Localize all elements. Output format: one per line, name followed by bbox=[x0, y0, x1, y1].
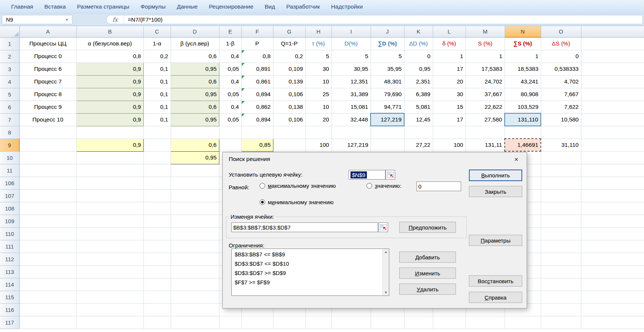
cell-F6[interactable]: 0,862 bbox=[241, 101, 273, 113]
cell-O110[interactable] bbox=[541, 227, 581, 240]
cell-A109[interactable] bbox=[19, 215, 76, 227]
cell-O1[interactable]: ΔS (%) bbox=[541, 37, 581, 50]
constraint-item-4[interactable]: $F$7 >= $F$9 bbox=[232, 278, 382, 287]
cell-C116[interactable] bbox=[143, 303, 171, 316]
cell-G8[interactable] bbox=[273, 126, 305, 139]
cell-O9[interactable]: 31,110 bbox=[541, 139, 581, 151]
cell-B113[interactable] bbox=[76, 265, 143, 278]
cell-A112[interactable] bbox=[19, 253, 76, 265]
cell-F5[interactable]: 0,894 bbox=[241, 88, 273, 101]
column-header-O[interactable]: O bbox=[541, 26, 581, 37]
cell-D114[interactable] bbox=[171, 278, 219, 291]
column-header-I[interactable]: I bbox=[331, 26, 371, 37]
cell-D112[interactable] bbox=[171, 253, 219, 265]
row-header-114[interactable]: 114 bbox=[0, 278, 19, 291]
cell-I8[interactable] bbox=[331, 126, 371, 139]
cell-B112[interactable] bbox=[76, 253, 143, 265]
cell-L117[interactable] bbox=[433, 316, 466, 329]
cell-K5[interactable]: 6,389 bbox=[404, 88, 433, 101]
cell-C6[interactable]: 0,1 bbox=[143, 101, 171, 113]
cell-B3[interactable]: 0,9 bbox=[76, 63, 143, 75]
ribbon-tab-data[interactable]: Данные bbox=[177, 3, 198, 10]
cell-C111[interactable] bbox=[143, 240, 171, 253]
changing-cells-input[interactable]: $B$3:$B$7;$D$3:$D$7 bbox=[231, 222, 378, 232]
cell-O5[interactable]: 7,667 bbox=[541, 88, 581, 101]
cell-G5[interactable]: 0,106 bbox=[273, 88, 305, 101]
cell-K117[interactable] bbox=[404, 316, 433, 329]
cell-H2[interactable]: 5 bbox=[305, 50, 331, 63]
ribbon-tab-page-layout[interactable]: Разметка страницы bbox=[77, 3, 130, 10]
column-header-K[interactable]: K bbox=[404, 26, 433, 37]
cell-H7[interactable]: 20 bbox=[305, 113, 331, 126]
cell-M2[interactable]: 1 bbox=[466, 50, 505, 63]
cell-J1[interactable]: ∑D (%) bbox=[371, 37, 404, 50]
cell-N8[interactable] bbox=[505, 126, 541, 139]
cell-D9[interactable]: 0,6 bbox=[171, 139, 219, 151]
cell-B106[interactable] bbox=[76, 177, 143, 189]
cell-M5[interactable]: 37,667 bbox=[466, 88, 505, 101]
cell-E6[interactable]: 0,4 bbox=[219, 101, 241, 113]
cell-A2[interactable]: Процесс 0 bbox=[19, 50, 76, 63]
cell-B114[interactable] bbox=[76, 278, 143, 291]
cell-overflow7[interactable] bbox=[581, 113, 644, 126]
row-header-111[interactable]: 111 bbox=[0, 240, 19, 253]
cell-A9[interactable] bbox=[19, 139, 76, 151]
cell-overflow113[interactable] bbox=[581, 265, 644, 278]
cell-I9[interactable]: 127,219 bbox=[331, 139, 371, 151]
cell-I2[interactable]: 5 bbox=[331, 50, 371, 63]
cell-E4[interactable]: 0,4 bbox=[219, 75, 241, 88]
cell-C107[interactable] bbox=[143, 189, 171, 202]
cell-A111[interactable] bbox=[19, 240, 76, 253]
cell-J7[interactable]: 127,219 bbox=[371, 113, 404, 126]
cell-K1[interactable]: ΔD (%) bbox=[404, 37, 433, 50]
cell-O112[interactable] bbox=[541, 253, 581, 265]
cell-B2[interactable]: 0,8 bbox=[76, 50, 143, 63]
cell-I7[interactable]: 32,448 bbox=[331, 113, 371, 126]
run-button[interactable]: Выполнить bbox=[469, 170, 522, 181]
cell-N3[interactable]: 18,5383 bbox=[505, 63, 541, 75]
restore-button[interactable]: Восстановить bbox=[469, 275, 522, 287]
cell-B10[interactable] bbox=[76, 151, 143, 164]
cell-G3[interactable]: 0,109 bbox=[273, 63, 305, 75]
cell-I5[interactable]: 31,389 bbox=[331, 88, 371, 101]
cell-M4[interactable]: 24,702 bbox=[466, 75, 505, 88]
radio-min-value[interactable]: минимальному значению bbox=[260, 199, 334, 205]
cell-O6[interactable]: 7,622 bbox=[541, 101, 581, 113]
cell-D110[interactable] bbox=[171, 227, 219, 240]
close-icon[interactable]: × bbox=[510, 154, 522, 165]
cell-J9[interactable] bbox=[371, 139, 404, 151]
cell-J5[interactable]: 79,690 bbox=[371, 88, 404, 101]
formula-input[interactable]: =N7/(F7*100) bbox=[124, 16, 162, 23]
cell-O111[interactable] bbox=[541, 240, 581, 253]
name-box[interactable]: N9 ▼ bbox=[2, 15, 73, 24]
cell-overflow9[interactable] bbox=[581, 139, 644, 151]
cell-C117[interactable] bbox=[143, 316, 171, 329]
cell-O11[interactable] bbox=[541, 164, 581, 177]
cell-C108[interactable] bbox=[143, 202, 171, 215]
cell-N5[interactable]: 80,908 bbox=[505, 88, 541, 101]
column-header-L[interactable]: L bbox=[433, 26, 466, 37]
cell-C113[interactable] bbox=[143, 265, 171, 278]
cell-I117[interactable] bbox=[331, 316, 371, 329]
cell-overflow8[interactable] bbox=[581, 126, 644, 139]
row-header-117[interactable]: 117 bbox=[0, 316, 19, 329]
column-header-N[interactable]: N bbox=[505, 26, 541, 37]
cell-J3[interactable]: 35,95 bbox=[371, 63, 404, 75]
cell-overflow1[interactable] bbox=[581, 37, 644, 50]
ribbon-tab-review[interactable]: Рецензирование bbox=[209, 3, 254, 10]
cell-A8[interactable] bbox=[19, 126, 76, 139]
cell-overflow112[interactable] bbox=[581, 253, 644, 265]
cell-overflow6[interactable] bbox=[581, 101, 644, 113]
cell-H8[interactable] bbox=[305, 126, 331, 139]
cell-overflow115[interactable] bbox=[581, 291, 644, 303]
cell-H5[interactable]: 25 bbox=[305, 88, 331, 101]
changing-range-selector-button[interactable] bbox=[378, 222, 388, 232]
column-header-A[interactable]: A bbox=[19, 26, 76, 37]
cell-K4[interactable]: 2,351 bbox=[404, 75, 433, 88]
close-button[interactable]: Закрыть bbox=[469, 186, 522, 197]
cell-E8[interactable] bbox=[219, 126, 241, 139]
cell-K3[interactable]: 0,95 bbox=[404, 63, 433, 75]
cell-O107[interactable] bbox=[541, 189, 581, 202]
row-header-1[interactable]: 1 bbox=[0, 37, 19, 50]
cell-C114[interactable] bbox=[143, 278, 171, 291]
